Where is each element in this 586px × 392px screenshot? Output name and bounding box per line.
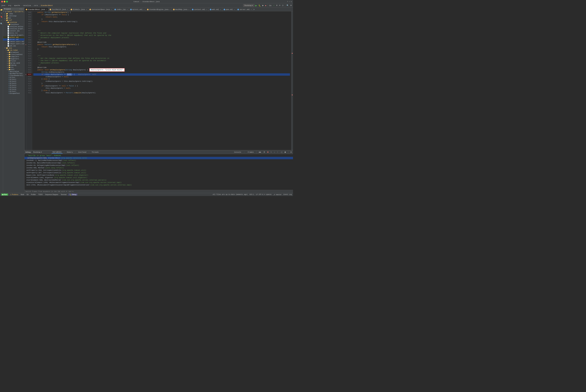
- git-check[interactable]: ✓: [273, 4, 275, 7]
- tab-contextxml[interactable]: context.xml ✕: [191, 8, 208, 11]
- tab-indexjsp[interactable]: index.jsp ✕: [113, 8, 129, 11]
- frame-item-2[interactable]: invoke:62, NativeMethodAccessorImpl (sun…: [24, 162, 293, 164]
- tab-close-serverxml[interactable]: ✕: [251, 8, 252, 10]
- frame-item-4[interactable]: invoke:498, Method (java.lang.reflect): [24, 166, 293, 169]
- tab-globals[interactable]: Globals.java ✕: [70, 8, 88, 11]
- debug-step-out-icon[interactable]: ↑: [276, 151, 278, 154]
- sidebar-item-eltest5[interactable]: ▶ C ELTest5: [3, 86, 24, 88]
- tab-close-indexjsp[interactable]: ✕: [127, 8, 128, 10]
- settings-button[interactable]: ⚙: [290, 4, 292, 7]
- tab-standardengine[interactable]: StandardEngine.java ✕: [146, 8, 172, 11]
- sidebar-item-group-send[interactable]: ▶ 📂 group.send: [3, 62, 24, 64]
- sidebar-item-hello-txt[interactable]: ▶ 📄 hello.txt: [3, 32, 24, 34]
- sidebar-item-tomcat-users-xsd[interactable]: ▶ 📄 tomcat-users.xsd: [3, 43, 24, 45]
- tab-overflow-button[interactable]: ▾: [253, 8, 255, 10]
- event-log-button[interactable]: Event Log: [284, 194, 292, 196]
- debug-tab-label[interactable]: Bootstrap ▾: [33, 151, 42, 154]
- problems-button-statusbar[interactable]: ⚠ Problems: [9, 194, 19, 196]
- sidebar-item-digesterx[interactable]: ▶ 📂 digesterx: [3, 58, 24, 60]
- tab-standardhost[interactable]: StandardHost.java ✕: [24, 8, 48, 11]
- sidebar-sync-icon[interactable]: ⟳: [20, 8, 21, 10]
- sidebar-item-eltest2[interactable]: ▶ C ELTest2: [3, 80, 24, 82]
- tab-close-testmatch[interactable]: ✕: [67, 8, 68, 10]
- tab-containerbase[interactable]: ContainerBase.java ✕: [88, 8, 113, 11]
- sidebar-item-bin[interactable]: ▶ 📂 bin: [3, 17, 24, 19]
- git-commit[interactable]: ⬆: [276, 4, 278, 7]
- coverage-button[interactable]: ▶: [262, 4, 264, 7]
- build-button-statusbar[interactable]: Build: [20, 194, 25, 196]
- frame-item-9[interactable]: startElement:509, AbstractSAXParser (com…: [24, 179, 293, 181]
- tab-close-contextxml[interactable]: ✕: [206, 8, 207, 10]
- debug-button[interactable]: 🐛: [258, 4, 262, 7]
- frame-item-1[interactable]: invoke0:-1, NativeMethodAccessorImpl (su…: [24, 159, 293, 162]
- sidebar-item-tomcat[interactable]: ▼ 🗂 tomcat ~/gitlab/tomcat: [3, 10, 24, 13]
- tab-webxml[interactable]: web.xml ✕: [208, 8, 222, 11]
- sidebar-item-nio[interactable]: ▶ 📂 nio: [3, 66, 24, 68]
- tab-close-pomxml[interactable]: ✕: [234, 8, 235, 10]
- bookmark-icon[interactable]: 🔖: [0, 15, 3, 18]
- frame-item-3[interactable]: invoke:43, DelegatingMethodAccessorImpl …: [24, 164, 293, 166]
- bootstrap-dropdown[interactable]: Bootstrap ▾: [243, 4, 254, 7]
- debug-tab-threads[interactable]: Threads: [91, 151, 100, 154]
- debug-settings-icon[interactable]: ⚙: [290, 151, 292, 154]
- debug-stop-icon[interactable]: ■: [267, 151, 269, 154]
- sidebar-close-icon[interactable]: ✕: [22, 8, 24, 10]
- sidebar-item-filter[interactable]: ▶ 📂 filter: [3, 60, 24, 62]
- sidebar-item-classloadtest[interactable]: ▶ 📂 classloadtest: [3, 54, 24, 56]
- sidebar-settings-icon[interactable]: ⚙: [21, 8, 22, 10]
- tab-pomxml[interactable]: pom.xml ✕: [222, 8, 236, 11]
- breadcrumb-core[interactable]: core: [33, 4, 38, 7]
- sidebar-item-eltest1[interactable]: ▶ C ELTest1: [3, 78, 24, 80]
- debug-evaluate-icon[interactable]: ▦: [284, 151, 286, 154]
- profiler-button-statusbar[interactable]: Profiler: [30, 194, 36, 196]
- breadcrumb-org[interactable]: org: [8, 4, 12, 7]
- sidebar-item-classreaderutils[interactable]: ▶ C ClassReaderUtils: [3, 74, 24, 76]
- breadcrumb-catalina[interactable]: catalina: [22, 4, 32, 7]
- sidebar-item-naming[interactable]: ▶ 📂 naming: [3, 64, 24, 66]
- frame-item-10[interactable]: scanStartElement:1359, XMLDocumentFragme…: [24, 181, 293, 184]
- status-branch[interactable]: ⎇ master: [274, 194, 282, 196]
- debug-tab-variables[interactable]: Variables: [52, 151, 62, 154]
- frame-item-0[interactable]: → setDeployIgnore:623, StandardHost (org…: [24, 157, 293, 159]
- tab-close-webxml[interactable]: ✕: [220, 8, 221, 10]
- tab-testmatch[interactable]: TestMatch.java ✕: [48, 8, 69, 11]
- sidebar-item-com-luban[interactable]: ▼ 📂 com.luban: [3, 49, 24, 51]
- maximize-button[interactable]: [6, 1, 8, 2]
- debug-step-into-icon[interactable]: ↓: [274, 151, 276, 154]
- sidebar-item-settings[interactable]: ▶ 📂 .settings: [3, 15, 24, 17]
- sidebar-item-eltest4[interactable]: ▶ C ELTest4: [3, 84, 24, 86]
- frame-item-11[interactable]: next:2784, XMLDocumentFragmentScannerImp…: [24, 184, 293, 186]
- debug-step-over-icon[interactable]: ↷: [270, 151, 272, 154]
- sidebar-item-bytebuffertest[interactable]: ▶ C ByteBufferTest: [3, 72, 24, 74]
- tab-hashmap[interactable]: HashMap.java ✕: [172, 8, 191, 11]
- todo-button-statusbar[interactable]: TODO: [38, 194, 43, 196]
- sidebar-item-logging-props[interactable]: ▶ 📄 logging.properties: [3, 34, 24, 36]
- sidebar-item-catalina-policy[interactable]: ▶ 📄 catalina.policy: [3, 26, 24, 28]
- debug-tab-overhead[interactable]: Overhead: [77, 151, 87, 154]
- breadcrumb-java[interactable]: java: [0, 4, 6, 7]
- sidebar-item-basicvalue[interactable]: ▶ C BasicValue: [3, 70, 24, 72]
- status-position[interactable]: 623:1: [250, 194, 254, 196]
- sidebar-item-context-xml[interactable]: ▶ 📄 context.xml: [3, 30, 24, 32]
- sidebar-item-tomcat-users-xml[interactable]: ▶ 📄 tomcat-users.xml: [3, 40, 24, 43]
- tab-close-globals[interactable]: ✕: [86, 8, 87, 10]
- status-encoding[interactable]: LF UTF-8 4 spaces: [256, 194, 272, 196]
- sidebar-item-eltest6[interactable]: ▶ C ELTest6: [3, 88, 24, 90]
- tab-mytestxml[interactable]: mytest.xml ✕: [129, 8, 146, 11]
- tab-serverxml[interactable]: server.xml ✕: [236, 8, 253, 11]
- todo-icon[interactable]: ✓: [0, 19, 2, 22]
- stop-button[interactable]: ■: [264, 4, 267, 7]
- sidebar-item-server-xml[interactable]: ▶ 📄 server.xml: [3, 38, 24, 40]
- debug-pause-icon[interactable]: ⏸: [263, 151, 266, 154]
- git-update[interactable]: ⟳: [278, 4, 281, 7]
- close-button[interactable]: [1, 1, 3, 2]
- sidebar-item-idea[interactable]: ▶ 📂 .idea: [3, 13, 24, 15]
- minimize-button[interactable]: [4, 1, 5, 2]
- breadcrumb-apache[interactable]: apache: [13, 4, 21, 7]
- sidebar-item-catalina[interactable]: ▼ 📂 Catalina: [3, 21, 24, 24]
- sidebar-item-pool[interactable]: ▶ 📂 pool: [3, 68, 24, 70]
- sidebar-item-eltest7[interactable]: ▶ C ELTest7: [3, 90, 24, 92]
- sidebar-item-compilerx[interactable]: ▶ 📂 compilerx: [3, 56, 24, 58]
- sidebar-item-escapedtest[interactable]: ▶ C EscapedTest: [3, 92, 24, 94]
- terminal-button-statusbar[interactable]: Terminal: [60, 194, 67, 196]
